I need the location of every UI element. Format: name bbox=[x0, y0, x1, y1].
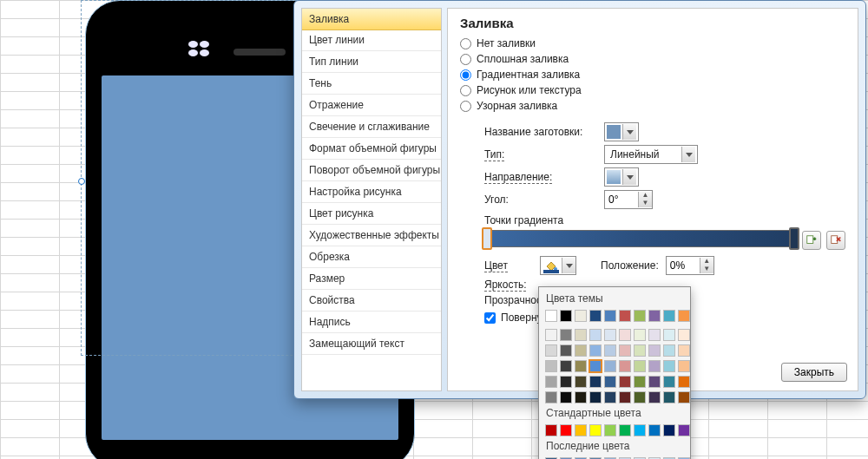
color-swatch[interactable] bbox=[575, 376, 587, 388]
color-swatch[interactable] bbox=[604, 310, 616, 322]
position-spinner[interactable]: ▲▼ bbox=[666, 256, 714, 275]
color-swatch[interactable] bbox=[589, 329, 602, 341]
color-swatch[interactable] bbox=[634, 376, 646, 388]
color-swatch[interactable] bbox=[575, 424, 587, 436]
radio-no-fill[interactable]: Нет заливки bbox=[460, 37, 845, 49]
color-swatch[interactable] bbox=[575, 360, 587, 372]
nav-item[interactable]: Поворот объемной фигуры bbox=[302, 160, 441, 181]
color-swatch[interactable] bbox=[648, 424, 661, 436]
close-button[interactable]: Закрыть bbox=[781, 363, 847, 382]
color-swatch[interactable] bbox=[663, 391, 675, 403]
color-swatch[interactable] bbox=[678, 344, 690, 357]
color-swatch[interactable] bbox=[663, 310, 675, 322]
color-swatch[interactable] bbox=[678, 310, 690, 322]
remove-stop-button[interactable] bbox=[826, 231, 845, 250]
color-swatch[interactable] bbox=[678, 329, 690, 341]
preset-dropdown[interactable] bbox=[604, 122, 639, 141]
color-swatch[interactable] bbox=[560, 424, 572, 436]
color-swatch[interactable] bbox=[648, 391, 661, 403]
nav-item[interactable]: Надпись bbox=[302, 311, 441, 333]
color-swatch[interactable] bbox=[589, 391, 602, 403]
color-swatch[interactable] bbox=[634, 360, 646, 372]
color-swatch[interactable] bbox=[663, 360, 675, 372]
color-swatch[interactable] bbox=[619, 329, 631, 341]
color-swatch[interactable] bbox=[604, 391, 616, 403]
radio-gradient-fill[interactable]: Градиентная заливка bbox=[460, 69, 845, 81]
color-swatch[interactable] bbox=[634, 344, 646, 357]
radio-pattern-fill[interactable]: Узорная заливка bbox=[460, 100, 845, 112]
nav-item[interactable]: Отражение bbox=[302, 95, 441, 116]
color-picker-button[interactable] bbox=[540, 256, 576, 275]
color-swatch[interactable] bbox=[619, 376, 631, 388]
color-swatch[interactable] bbox=[619, 360, 631, 372]
nav-item[interactable]: Цвет линии bbox=[302, 30, 441, 51]
nav-item[interactable]: Настройка рисунка bbox=[302, 181, 441, 203]
nav-item[interactable]: Тень bbox=[302, 73, 441, 95]
color-swatch[interactable] bbox=[575, 310, 587, 322]
color-swatch[interactable] bbox=[648, 360, 661, 372]
nav-item[interactable]: Цвет рисунка bbox=[302, 203, 441, 225]
nav-item[interactable]: Художественные эффекты bbox=[302, 225, 441, 246]
color-swatch[interactable] bbox=[619, 424, 631, 436]
color-swatch[interactable] bbox=[560, 391, 572, 403]
color-swatch[interactable] bbox=[589, 360, 602, 372]
color-swatch[interactable] bbox=[560, 310, 572, 322]
color-swatch[interactable] bbox=[589, 310, 602, 322]
color-swatch[interactable] bbox=[648, 344, 661, 357]
color-swatch[interactable] bbox=[619, 310, 631, 322]
color-swatch[interactable] bbox=[634, 424, 646, 436]
gradient-slider[interactable] bbox=[484, 230, 797, 247]
radio-solid-fill[interactable]: Сплошная заливка bbox=[460, 53, 845, 65]
direction-dropdown[interactable] bbox=[604, 167, 639, 187]
color-swatch[interactable] bbox=[634, 310, 646, 322]
color-swatch[interactable] bbox=[575, 344, 587, 357]
color-swatch[interactable] bbox=[560, 376, 572, 388]
color-swatch[interactable] bbox=[575, 329, 587, 341]
color-swatch[interactable] bbox=[545, 424, 557, 436]
radio-picture-fill[interactable]: Рисунок или текстура bbox=[460, 84, 845, 96]
nav-item[interactable]: Формат объемной фигуры bbox=[302, 138, 441, 160]
color-swatch[interactable] bbox=[678, 360, 690, 372]
color-swatch[interactable] bbox=[604, 329, 616, 341]
nav-item[interactable]: Заливка bbox=[301, 8, 442, 30]
color-swatch[interactable] bbox=[678, 376, 690, 388]
color-swatch[interactable] bbox=[678, 424, 690, 436]
add-stop-button[interactable] bbox=[802, 231, 821, 250]
color-swatch[interactable] bbox=[663, 376, 675, 388]
color-swatch[interactable] bbox=[663, 329, 675, 341]
angle-spinner[interactable]: ▲▼ bbox=[604, 190, 653, 209]
color-swatch[interactable] bbox=[634, 329, 646, 341]
nav-item[interactable]: Свечение и сглаживание bbox=[302, 116, 441, 138]
color-swatch[interactable] bbox=[634, 391, 646, 403]
color-swatch[interactable] bbox=[545, 344, 557, 357]
color-swatch[interactable] bbox=[589, 424, 602, 436]
nav-item[interactable]: Обрезка bbox=[302, 246, 441, 268]
color-swatch[interactable] bbox=[545, 360, 557, 372]
color-swatch[interactable] bbox=[678, 391, 690, 403]
nav-item[interactable]: Тип линии bbox=[302, 51, 441, 73]
color-swatch[interactable] bbox=[604, 344, 616, 357]
color-swatch[interactable] bbox=[545, 376, 557, 388]
gradient-stop-handle[interactable] bbox=[482, 227, 492, 250]
color-swatch[interactable] bbox=[560, 360, 572, 372]
nav-item[interactable]: Свойства bbox=[302, 290, 441, 311]
color-swatch[interactable] bbox=[560, 344, 572, 357]
color-swatch[interactable] bbox=[545, 329, 557, 341]
color-swatch[interactable] bbox=[648, 329, 661, 341]
color-swatch[interactable] bbox=[589, 376, 602, 388]
color-swatch[interactable] bbox=[560, 329, 572, 341]
gradient-stop-handle[interactable] bbox=[789, 227, 799, 250]
color-swatch[interactable] bbox=[589, 344, 602, 357]
color-swatch[interactable] bbox=[619, 391, 631, 403]
nav-item[interactable]: Размер bbox=[302, 268, 441, 290]
color-swatch[interactable] bbox=[663, 344, 675, 357]
color-swatch[interactable] bbox=[545, 391, 557, 403]
color-swatch[interactable] bbox=[619, 344, 631, 357]
color-swatch[interactable] bbox=[663, 424, 675, 436]
color-swatch[interactable] bbox=[648, 376, 661, 388]
color-swatch[interactable] bbox=[604, 360, 616, 372]
color-swatch[interactable] bbox=[575, 391, 587, 403]
color-swatch[interactable] bbox=[604, 376, 616, 388]
nav-item[interactable]: Замещающий текст bbox=[302, 333, 441, 355]
color-swatch[interactable] bbox=[545, 310, 557, 322]
